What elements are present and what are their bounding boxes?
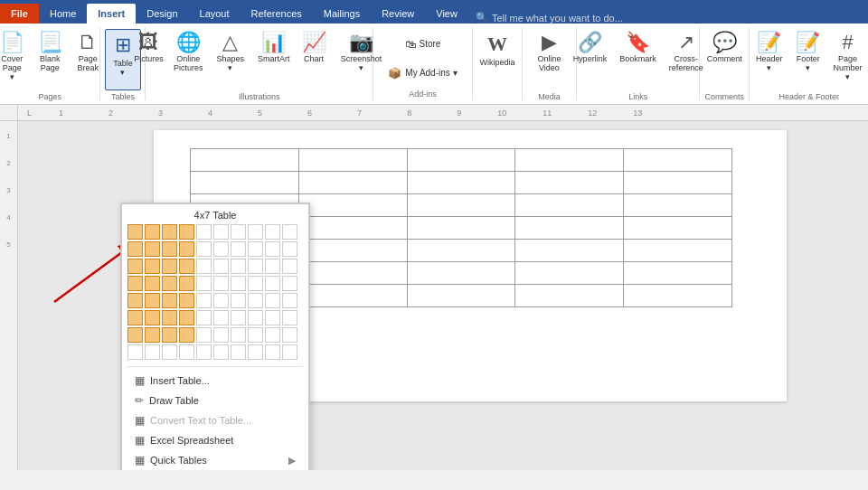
grid-cell[interactable] <box>162 310 177 325</box>
tell-me-bar[interactable]: 🔍 Tell me what you want to do... <box>468 12 868 24</box>
grid-cell[interactable] <box>127 224 143 240</box>
grid-cell[interactable] <box>145 344 160 360</box>
grid-cell[interactable] <box>213 344 229 360</box>
grid-cell[interactable] <box>179 293 194 308</box>
grid-cell[interactable] <box>231 241 246 257</box>
grid-cell[interactable] <box>196 327 212 343</box>
grid-cell[interactable] <box>231 293 246 308</box>
grid-cell[interactable] <box>213 276 229 291</box>
chart-button[interactable]: 📈 Chart <box>296 29 332 90</box>
grid-cell[interactable] <box>231 259 246 274</box>
tab-view[interactable]: View <box>425 4 468 24</box>
grid-cell[interactable] <box>162 344 177 360</box>
grid-cell[interactable] <box>248 276 263 291</box>
grid-cell[interactable] <box>282 327 297 343</box>
online-pictures-button[interactable]: 🌐 Online Pictures <box>169 29 207 90</box>
grid-cell[interactable] <box>196 293 212 308</box>
grid-cell[interactable] <box>196 241 212 257</box>
grid-cell[interactable] <box>213 224 229 240</box>
my-addins-button[interactable]: 📦 My Add-ins ▾ <box>384 59 460 88</box>
pictures-button[interactable]: 🖼 Pictures <box>129 29 167 90</box>
grid-cell[interactable] <box>231 224 246 240</box>
grid-cell[interactable] <box>231 344 246 360</box>
grid-cell[interactable] <box>282 276 297 291</box>
insert-table-menu-item[interactable]: ▦ Insert Table... <box>127 371 303 391</box>
grid-cell[interactable] <box>127 310 143 325</box>
draw-table-menu-item[interactable]: ✏ Draw Table <box>127 391 303 410</box>
store-button[interactable]: 🛍 Store <box>384 30 460 59</box>
grid-cell[interactable] <box>265 327 280 343</box>
grid-cell[interactable] <box>231 276 246 291</box>
grid-cell[interactable] <box>213 310 229 325</box>
tab-home[interactable]: Home <box>39 4 87 24</box>
grid-cell[interactable] <box>265 259 280 274</box>
grid-cell[interactable] <box>162 276 177 291</box>
tab-design[interactable]: Design <box>136 4 188 24</box>
grid-cell[interactable] <box>282 259 297 274</box>
grid-cell[interactable] <box>145 276 160 291</box>
grid-cell[interactable] <box>127 259 143 274</box>
grid-cell[interactable] <box>282 344 297 360</box>
grid-cell[interactable] <box>162 293 177 308</box>
grid-cell[interactable] <box>179 344 194 360</box>
grid-cell[interactable] <box>162 241 177 257</box>
hyperlink-button[interactable]: 🔗 Hyperlink <box>568 29 613 90</box>
footer-button[interactable]: 📝 Footer ▾ <box>790 29 826 90</box>
grid-cell[interactable] <box>213 241 229 257</box>
grid-cell[interactable] <box>196 224 212 240</box>
tab-references[interactable]: References <box>241 4 313 24</box>
grid-cell[interactable] <box>248 310 263 325</box>
bookmark-button[interactable]: 🔖 Bookmark <box>614 29 662 90</box>
grid-cell[interactable] <box>265 310 280 325</box>
grid-cell[interactable] <box>231 327 246 343</box>
page-number-button[interactable]: # Page Number ▾ <box>828 29 868 90</box>
grid-cell[interactable] <box>127 241 143 257</box>
grid-cell[interactable] <box>179 259 194 274</box>
grid-cell[interactable] <box>282 293 297 308</box>
quick-tables-menu-item[interactable]: ▦ Quick Tables ▶ <box>127 450 303 470</box>
grid-cell[interactable] <box>145 241 160 257</box>
grid-cell[interactable] <box>213 293 229 308</box>
grid-cell[interactable] <box>127 344 143 360</box>
grid-cell[interactable] <box>248 224 263 240</box>
grid-cell[interactable] <box>162 327 177 343</box>
tab-mailings[interactable]: Mailings <box>313 4 371 24</box>
grid-cell[interactable] <box>282 241 297 257</box>
grid-cell[interactable] <box>248 327 263 343</box>
grid-cell[interactable] <box>145 327 160 343</box>
grid-cell[interactable] <box>248 293 263 308</box>
grid-cell[interactable] <box>179 241 194 257</box>
grid-cell[interactable] <box>265 241 280 257</box>
grid-cell[interactable] <box>127 327 143 343</box>
grid-cell[interactable] <box>213 327 229 343</box>
online-video-button[interactable]: ▶ Online Video <box>531 29 567 90</box>
grid-cell[interactable] <box>282 310 297 325</box>
grid-cell[interactable] <box>145 310 160 325</box>
grid-cell[interactable] <box>179 276 194 291</box>
tab-review[interactable]: Review <box>371 4 425 24</box>
table-grid[interactable] <box>127 224 303 361</box>
shapes-button[interactable]: △ Shapes ▾ <box>209 29 251 90</box>
grid-cell[interactable] <box>179 310 194 325</box>
comment-button[interactable]: 💬 Comment <box>702 29 748 90</box>
grid-cell[interactable] <box>127 293 143 308</box>
grid-cell[interactable] <box>265 293 280 308</box>
grid-cell[interactable] <box>196 310 212 325</box>
grid-cell[interactable] <box>145 224 160 240</box>
grid-cell[interactable] <box>248 344 263 360</box>
grid-cell[interactable] <box>248 241 263 257</box>
grid-cell[interactable] <box>145 293 160 308</box>
grid-cell[interactable] <box>213 259 229 274</box>
header-button[interactable]: 📝 Header ▾ <box>750 29 788 90</box>
grid-cell[interactable] <box>162 224 177 240</box>
grid-cell[interactable] <box>248 259 263 274</box>
grid-cell[interactable] <box>196 344 212 360</box>
cover-page-button[interactable]: 📄 Cover Page ▾ <box>0 29 30 90</box>
grid-cell[interactable] <box>196 276 212 291</box>
tab-insert[interactable]: Insert <box>87 4 136 24</box>
grid-cell[interactable] <box>265 344 280 360</box>
grid-cell[interactable] <box>231 310 246 325</box>
grid-cell[interactable] <box>265 276 280 291</box>
grid-cell[interactable] <box>179 327 194 343</box>
tab-layout[interactable]: Layout <box>189 4 241 24</box>
